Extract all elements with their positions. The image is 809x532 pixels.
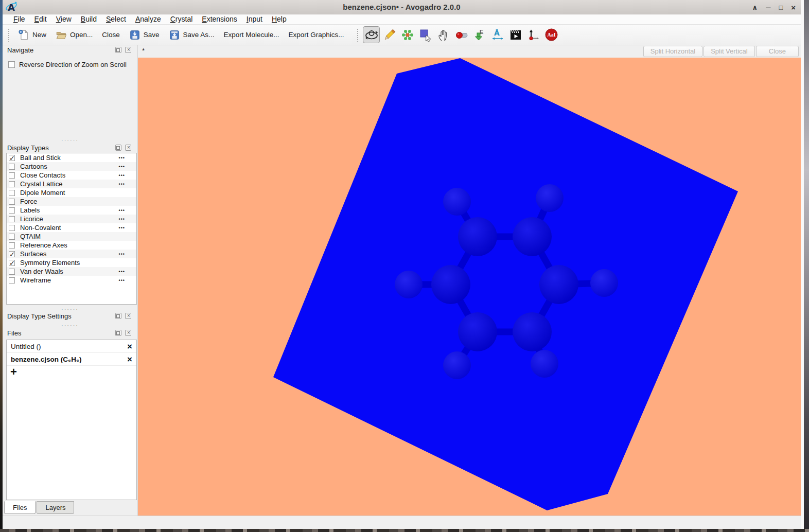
menu-help[interactable]: Help	[267, 14, 291, 25]
options-dots-button[interactable]: •••	[119, 173, 125, 178]
dock-splitter[interactable]: ······	[3, 138, 137, 143]
display-type-checkbox[interactable]	[9, 172, 15, 179]
new-document-icon	[18, 29, 29, 41]
menu-build[interactable]: Build	[76, 14, 101, 25]
display-type-row[interactable]: Crystal Lattice •••	[7, 180, 136, 188]
display-type-checkbox[interactable]	[9, 199, 15, 205]
bond-centric-tool-button[interactable]	[453, 26, 470, 43]
export-graphics-button[interactable]: Export Graphics...	[284, 27, 348, 43]
close-file-icon[interactable]: ×	[127, 355, 132, 364]
split-horizontal-button[interactable]: Split Horizontal	[643, 46, 702, 57]
float-panel-icon[interactable]	[115, 47, 121, 53]
options-dots-button[interactable]: •••	[119, 269, 125, 274]
display-type-row[interactable]: Cartoons •••	[7, 162, 136, 171]
menu-select[interactable]: Select	[101, 14, 131, 25]
display-type-checkbox[interactable]	[9, 164, 15, 170]
split-vertical-button[interactable]: Split Vertical	[704, 46, 755, 57]
template-tool-button[interactable]	[399, 26, 416, 43]
animation-tool-button[interactable]	[507, 26, 524, 43]
options-dots-button[interactable]: •••	[119, 225, 125, 230]
display-type-row[interactable]: Van der Waals •••	[7, 267, 136, 276]
options-dots-button[interactable]: •••	[119, 164, 125, 169]
options-dots-button[interactable]: •••	[119, 217, 125, 222]
gl-viewport[interactable]	[138, 58, 801, 516]
float-panel-icon[interactable]	[115, 145, 121, 151]
menu-crystal[interactable]: Crystal	[166, 14, 198, 25]
float-panel-icon[interactable]	[115, 330, 121, 336]
close-panel-icon[interactable]	[125, 330, 131, 336]
navigate-tool-button[interactable]	[363, 26, 380, 43]
close-view-button[interactable]: Close	[756, 46, 799, 57]
manipulate-tool-button[interactable]	[435, 26, 452, 43]
options-dots-button[interactable]: •••	[119, 182, 125, 187]
file-row-untitled[interactable]: Untitled () ×	[7, 340, 136, 353]
save-as-button[interactable]: Save As...	[164, 27, 219, 43]
menu-edit[interactable]: Edit	[30, 14, 51, 25]
display-type-row[interactable]: ✓ Symmetry Elements	[7, 258, 136, 267]
display-type-checkbox[interactable]	[9, 242, 15, 249]
display-type-checkbox[interactable]	[9, 269, 15, 275]
editor-tool-button[interactable]: E	[471, 26, 488, 43]
export-molecule-button[interactable]: Export Molecule...	[219, 27, 284, 43]
menu-analyze[interactable]: Analyze	[131, 14, 166, 25]
options-dots-button[interactable]: •••	[119, 208, 125, 213]
menu-extensions[interactable]: Extensions	[197, 14, 242, 25]
selection-tool-button[interactable]	[417, 26, 434, 43]
display-type-row[interactable]: Non-Covalent •••	[7, 223, 136, 232]
display-type-checkbox[interactable]	[9, 234, 15, 240]
measure-tool-button[interactable]: Å	[489, 26, 506, 43]
open-button[interactable]: Open...	[51, 27, 97, 43]
display-type-row[interactable]: ✓ Ball and Stick •••	[7, 153, 136, 162]
options-dots-button[interactable]: •••	[119, 278, 125, 283]
close-file-icon[interactable]: ×	[127, 342, 132, 351]
save-button[interactable]: Save	[125, 27, 164, 43]
reverse-zoom-checkbox[interactable]	[8, 61, 15, 68]
menu-file[interactable]: File	[9, 14, 30, 25]
dock-splitter[interactable]: ······	[3, 324, 137, 328]
display-type-row[interactable]: ✓ Surfaces •••	[7, 250, 136, 258]
display-type-row[interactable]: Wireframe •••	[7, 276, 136, 285]
minimize-window-icon[interactable]: ─	[766, 4, 770, 11]
display-type-checkbox[interactable]	[9, 207, 15, 214]
close-panel-icon[interactable]	[125, 47, 131, 53]
titlebar[interactable]: A benzene.cjson• - Avogadro 2.0.0 ∧ ─ □ …	[3, 0, 801, 14]
file-row-benzene[interactable]: benzene.cjson (C₆H₆) ×	[7, 353, 136, 366]
menu-view[interactable]: View	[51, 14, 76, 25]
display-type-checkbox[interactable]	[9, 225, 15, 231]
new-button[interactable]: New	[13, 27, 51, 43]
close-panel-icon[interactable]	[125, 145, 131, 151]
display-type-checkbox[interactable]: ✓	[9, 260, 15, 266]
draw-tool-button[interactable]	[381, 26, 398, 43]
shade-window-icon[interactable]: ∧	[752, 4, 758, 11]
display-type-checkbox[interactable]: ✓	[9, 251, 15, 257]
menu-input[interactable]: Input	[242, 14, 267, 25]
float-panel-icon[interactable]	[115, 313, 121, 319]
toolbar-grip-2[interactable]	[357, 28, 359, 42]
display-type-checkbox[interactable]	[9, 277, 15, 283]
display-type-row[interactable]: Close Contacts •••	[7, 171, 136, 180]
options-dots-button[interactable]: •••	[119, 252, 125, 257]
display-type-row[interactable]: Dipole Moment	[7, 188, 136, 197]
close-window-icon[interactable]: ×	[791, 4, 796, 11]
display-type-label: Crystal Lattice	[20, 180, 119, 188]
display-type-checkbox[interactable]	[9, 216, 15, 222]
add-file-button[interactable]: +	[10, 367, 17, 377]
display-type-row[interactable]: QTAIM	[7, 232, 136, 241]
display-type-checkbox[interactable]	[9, 190, 15, 196]
display-type-row[interactable]: Labels •••	[7, 206, 136, 215]
maximize-window-icon[interactable]: □	[779, 4, 783, 11]
display-type-row[interactable]: Force	[7, 197, 136, 206]
label-tool-button[interactable]: AaI	[543, 26, 560, 43]
tab-files[interactable]: Files	[4, 501, 36, 514]
display-type-row[interactable]: Licorice •••	[7, 215, 136, 223]
align-tool-button[interactable]	[525, 26, 542, 43]
display-type-checkbox[interactable]	[9, 181, 15, 187]
close-panel-icon[interactable]	[125, 313, 131, 319]
tab-layers[interactable]: Layers	[37, 501, 74, 514]
display-types-list: ✓ Ball and Stick ••• Cartoons ••• Close …	[6, 153, 137, 305]
options-dots-button[interactable]: •••	[119, 155, 125, 161]
close-file-button[interactable]: Close	[97, 27, 125, 43]
toolbar-grip[interactable]	[8, 28, 10, 42]
display-type-row[interactable]: Reference Axes	[7, 241, 136, 250]
display-type-checkbox[interactable]: ✓	[9, 155, 15, 161]
